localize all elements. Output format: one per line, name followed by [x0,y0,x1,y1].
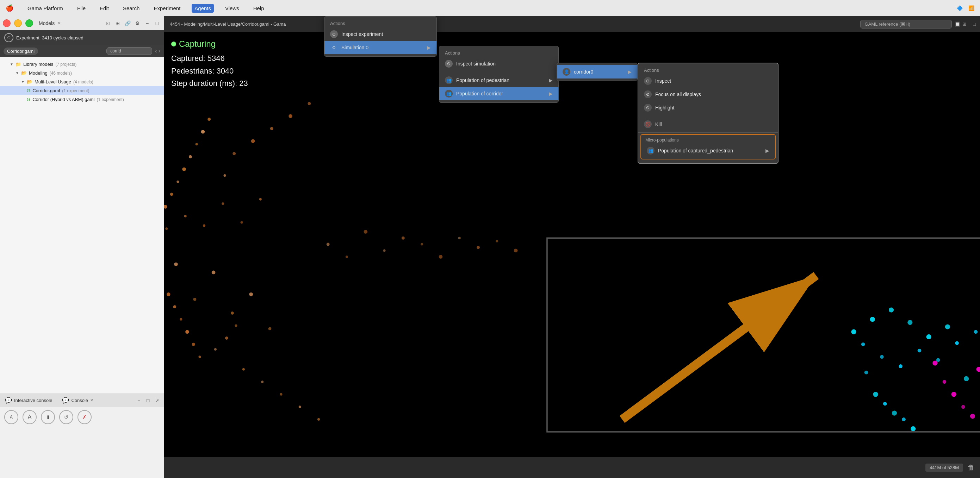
svg-point-24 [184,215,187,218]
gaml-icon-2[interactable]: ⊞ [963,21,966,27]
svg-point-70 [955,341,959,345]
svg-point-60 [861,343,865,346]
search-box[interactable]: corrid [107,47,152,55]
apple-logo[interactable]: 🍎 [6,4,13,12]
inspect-action-item[interactable]: ⊙ Inspect [638,74,778,87]
svg-point-82 [932,360,937,365]
menu-experiment[interactable]: Experiment [151,4,183,13]
highlight-item[interactable]: ⊙ Highlight [638,101,778,114]
menu-right: 🔷 📶 [957,5,974,11]
svg-point-46 [225,337,228,340]
tab-interactive-console[interactable]: 💬 Interactive console [3,395,54,405]
pop-captured-pedestrian-item[interactable]: 👥 Population of captured_pedestrian ▶ [641,144,775,157]
gaml-file-icon: G [27,88,30,93]
menu-edit[interactable]: Edit [97,4,112,13]
menu-views[interactable]: Views [222,4,242,13]
pop-pedestrian-arrow: ▶ [549,78,553,83]
link-icon[interactable]: 🔗 [124,19,131,27]
focus-all-displays-item[interactable]: ⊙ Focus on all displays [638,87,778,101]
gaml-icon-1[interactable]: 🔲 [955,21,960,27]
tree-folder-icon-3: 📂 [27,79,32,84]
tree-item-multi-level[interactable]: ▼ 📂 Multi-Level Usage (4 models) [0,78,164,86]
wifi-icon: 📶 [968,5,974,11]
clear-button[interactable]: ✗ [78,410,92,424]
svg-point-56 [477,246,480,249]
menu-help[interactable]: Help [250,4,267,13]
capturing-label: Capturing [179,37,216,51]
expand-icon[interactable]: ⊞ [114,19,121,27]
gaml-search-input[interactable]: GAML reference (⌘H) [860,20,952,29]
sidebar-top-icons: ⊡ ⊞ 🔗 ⚙ − □ [104,19,161,27]
modeling-label: Modeling [29,70,48,76]
tab-console[interactable]: 💬 Console ✕ [60,395,95,405]
models-tab-label[interactable]: Models [39,21,55,26]
agents-actions-label: Actions [325,19,436,27]
corridor0-actions-menu: Actions ⊙ Inspect ⊙ Focus on all display… [638,63,778,164]
tree-folder-icon: 📁 [16,62,21,67]
traffic-lights [3,19,33,27]
nav-forward-icon[interactable]: › [159,48,160,54]
console-maximize-icon[interactable]: □ [144,397,152,405]
svg-point-66 [918,349,921,353]
svg-point-39 [270,127,274,130]
maximize-button[interactable] [25,19,33,27]
settings-icon[interactable]: ⚙ [134,19,141,27]
inspect-experiment-item[interactable]: ⊙ Inspect experiment [325,27,436,41]
library-models-label: Library models [23,62,53,67]
trash-icon[interactable]: 🗑 [967,464,974,472]
svg-point-54 [439,255,443,259]
pop-captured-label: Population of captured_pedestrian [658,148,733,154]
inspect-simulation-item[interactable]: ⊙ Inspect simulation [439,57,558,70]
simulation-area: 4454 - Modeling/Multi-Level Usage/Corrid… [164,16,980,478]
svg-point-38 [261,381,264,383]
menu-gama-platform[interactable]: Gama Platform [25,4,66,13]
tree-item-modeling[interactable]: ▼ 📂 Modeling (46 models) [0,68,164,78]
nav-back-icon[interactable]: ‹ [155,48,157,54]
menu-agents[interactable]: Agents [192,4,214,13]
svg-point-77 [873,392,878,397]
gaml-icon-3[interactable]: − [968,21,971,27]
menu-search[interactable]: Search [120,4,143,13]
collapse-all-icon[interactable]: ⊡ [104,19,112,27]
refresh-button[interactable]: ↺ [59,410,73,424]
close-button[interactable] [3,19,11,27]
corridor0-item[interactable]: 👤 corridor0 ▶ [557,65,637,78]
corridor-hybrid-label: Corridor (Hybrid vs ABM).gaml [32,97,94,102]
kill-item[interactable]: 🚫 Kill [638,118,778,131]
population-corridor-item[interactable]: 👥 Population of corridor ▶ [439,87,558,100]
minimize-panel-icon[interactable]: − [143,19,151,27]
pedestrians-value: Pedestrians: 3040 [171,65,248,77]
console-minimize-icon[interactable]: − [135,397,143,405]
minimize-button[interactable] [14,19,22,27]
simulation-0-item[interactable]: ⊙ Simulation 0 ▶ [325,41,436,54]
svg-point-33 [269,327,272,330]
console-expand-icon[interactable]: ⤢ [153,397,161,405]
file-chip[interactable]: Corridor.gaml [3,48,38,55]
svg-point-32 [259,198,262,201]
svg-point-17 [201,130,205,134]
svg-point-12 [180,318,182,321]
menu-file[interactable]: File [74,4,88,13]
models-close-icon[interactable]: ✕ [57,21,61,26]
pause-button[interactable]: ⏸ [41,410,55,424]
bottom-panel: 💬 Interactive console 💬 Console ✕ − □ ⤢ … [0,394,164,478]
nav-arrows[interactable]: ‹ › [155,48,160,54]
pop-captured-arrow: ▶ [765,148,769,154]
tree-item-library[interactable]: ▼ 📁 Library models (7 projects) [0,60,164,68]
memory-badge: 441M of 528M [925,464,963,472]
font-size-small-button[interactable]: A [4,410,18,424]
svg-point-11 [182,167,186,171]
svg-point-29 [231,311,234,315]
tree-item-corridor-hybrid[interactable]: G Corridor (Hybrid vs ABM).gaml (1 exper… [0,95,164,104]
svg-point-26 [203,224,205,227]
svg-point-81 [911,426,916,431]
modeling-count: (46 models) [50,71,72,76]
console-close-icon[interactable]: ✕ [90,398,93,403]
tree-item-corridor-gaml[interactable]: G Corridor.gaml (1 experiment) [0,86,164,95]
sim-actions-label: Actions [439,48,558,57]
svg-point-16 [192,343,195,346]
maximize-panel-icon[interactable]: □ [153,19,161,27]
population-pedestrian-item[interactable]: 👥 Population of pedestrian ▶ [439,73,558,87]
font-size-large-button[interactable]: A [22,410,37,424]
gaml-icon-4[interactable]: □ [973,21,976,27]
